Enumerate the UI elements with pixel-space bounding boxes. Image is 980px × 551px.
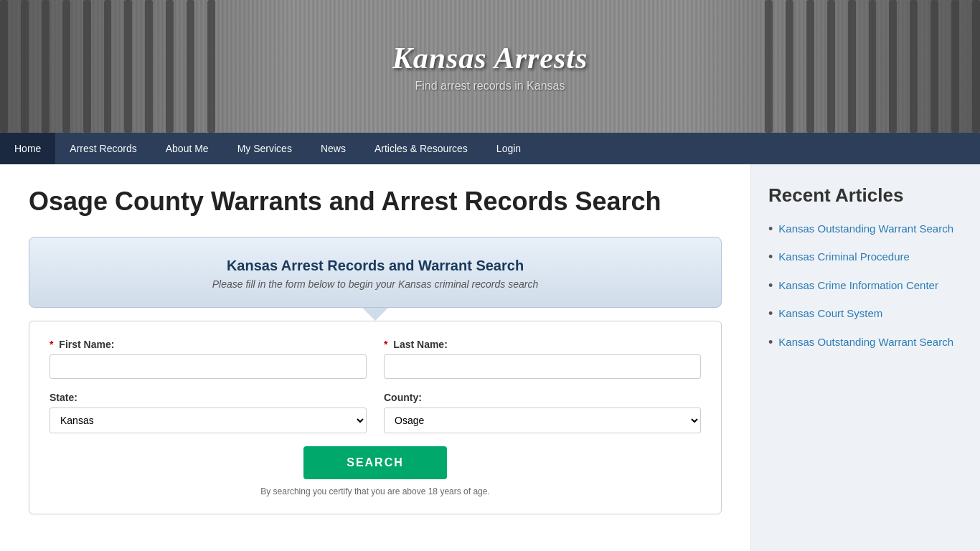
nav-item-arrest-records[interactable]: Arrest Records <box>55 133 151 164</box>
hero-banner: Kansas Arrests Find arrest records in Ka… <box>0 0 980 133</box>
sidebar-title: Recent Articles <box>768 184 963 207</box>
main-content: Osage County Warrants and Arrest Records… <box>0 164 750 551</box>
sidebar-article-4: • Kansas Court System <box>768 306 963 322</box>
bullet-icon-5: • <box>768 334 773 351</box>
nav-item-articles[interactable]: Articles & Resources <box>360 133 482 164</box>
first-name-group: * First Name: <box>50 339 367 379</box>
sidebar-article-link-2[interactable]: Kansas Criminal Procedure <box>778 249 910 264</box>
county-group: County: Osage <box>384 392 701 433</box>
search-info-card: Kansas Arrest Records and Warrant Search… <box>29 237 722 308</box>
nav-link-articles[interactable]: Articles & Resources <box>360 133 482 164</box>
card-subtitle: Please fill in the form below to begin y… <box>51 278 699 290</box>
nav-link-arrest-records[interactable]: Arrest Records <box>55 133 151 164</box>
recent-articles-list: • Kansas Outstanding Warrant Search • Ka… <box>768 221 963 351</box>
sidebar-article-link-3[interactable]: Kansas Crime Information Center <box>778 278 938 293</box>
sidebar-article-link-5[interactable]: Kansas Outstanding Warrant Search <box>778 334 953 349</box>
site-subtitle: Find arrest records in Kansas <box>392 80 588 93</box>
nav-link-news[interactable]: News <box>306 133 360 164</box>
sidebar-article-3: • Kansas Crime Information Center <box>768 278 963 294</box>
bullet-icon-1: • <box>768 221 773 237</box>
nav-link-about-me[interactable]: About Me <box>151 133 223 164</box>
hero-bars-right <box>765 0 980 133</box>
sidebar-article-5: • Kansas Outstanding Warrant Search <box>768 334 963 351</box>
first-name-label: * First Name: <box>50 339 367 350</box>
name-row: * First Name: * Last Name: <box>50 339 701 379</box>
bullet-icon-2: • <box>768 249 773 265</box>
site-title: Kansas Arrests <box>392 41 588 75</box>
first-name-input[interactable] <box>50 354 367 379</box>
card-arrow <box>362 308 388 321</box>
bullet-icon-4: • <box>768 306 773 322</box>
sidebar-article-1: • Kansas Outstanding Warrant Search <box>768 221 963 237</box>
last-name-label: * Last Name: <box>384 339 701 350</box>
last-name-group: * Last Name: <box>384 339 701 379</box>
sidebar-article-link-4[interactable]: Kansas Court System <box>778 306 882 321</box>
first-name-required-star: * <box>50 339 53 350</box>
main-nav: Home Arrest Records About Me My Services… <box>0 133 980 164</box>
nav-item-login[interactable]: Login <box>482 133 535 164</box>
state-group: State: Kansas <box>50 392 367 433</box>
nav-link-services[interactable]: My Services <box>223 133 306 164</box>
card-title: Kansas Arrest Records and Warrant Search <box>51 258 699 274</box>
last-name-required-star: * <box>384 339 387 350</box>
sidebar-article-2: • Kansas Criminal Procedure <box>768 249 963 265</box>
page-layout: Osage County Warrants and Arrest Records… <box>0 164 980 551</box>
hero-bars-left <box>0 0 215 133</box>
state-select[interactable]: Kansas <box>50 408 367 433</box>
last-name-input[interactable] <box>384 354 701 379</box>
county-label: County: <box>384 392 701 403</box>
nav-item-home[interactable]: Home <box>0 133 55 164</box>
sidebar-article-link-1[interactable]: Kansas Outstanding Warrant Search <box>778 221 953 236</box>
nav-link-home[interactable]: Home <box>0 133 55 164</box>
state-label: State: <box>50 392 367 403</box>
location-row: State: Kansas County: Osage <box>50 392 701 433</box>
nav-item-about-me[interactable]: About Me <box>151 133 223 164</box>
search-button[interactable]: SEARCH <box>303 446 447 479</box>
search-form-container: * First Name: * Last Name: State: <box>29 321 722 514</box>
nav-item-news[interactable]: News <box>306 133 360 164</box>
nav-link-login[interactable]: Login <box>482 133 535 164</box>
form-disclaimer: By searching you certify that you are ab… <box>50 486 701 496</box>
bullet-icon-3: • <box>768 278 773 294</box>
nav-item-services[interactable]: My Services <box>223 133 306 164</box>
sidebar: Recent Articles • Kansas Outstanding War… <box>750 164 980 551</box>
county-select[interactable]: Osage <box>384 408 701 433</box>
page-title: Osage County Warrants and Arrest Records… <box>29 186 722 217</box>
